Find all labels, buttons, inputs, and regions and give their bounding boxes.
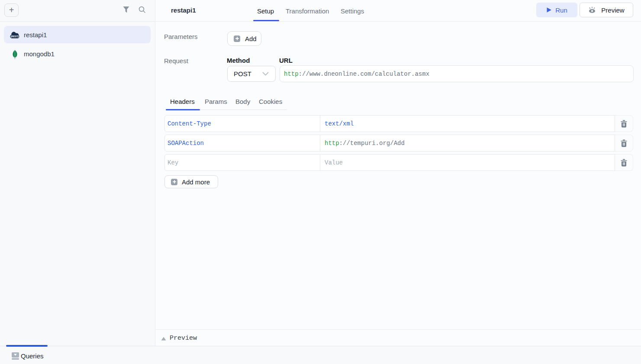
svg-text:{REST}: {REST} [11, 35, 19, 38]
